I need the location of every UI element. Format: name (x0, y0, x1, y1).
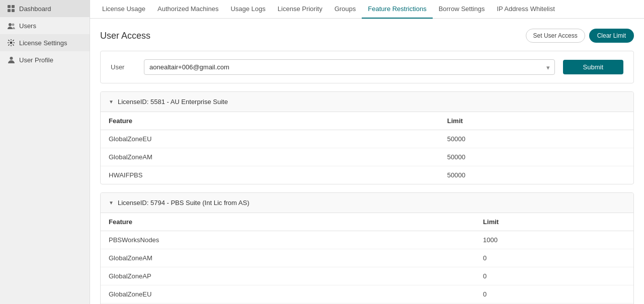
sidebar-user-profile-label: User Profile (19, 56, 53, 64)
svg-rect-0 (8, 5, 11, 8)
limit-col-header-5794: Limit (475, 213, 633, 231)
users-icon (7, 22, 15, 30)
main-content: License Usage Authorized Machines Usage … (90, 0, 644, 304)
table-row: GlobalZoneEU50000 (101, 130, 633, 148)
table-row: GlobalZoneAP0 (101, 267, 633, 285)
tab-license-usage[interactable]: License Usage (96, 0, 151, 19)
table-row: HWAIFPBS50000 (101, 166, 633, 184)
svg-rect-1 (12, 5, 15, 8)
header-buttons: Set User Access Clear Limit (526, 29, 634, 43)
submit-button[interactable]: Submit (563, 60, 623, 74)
user-select-card: User aonealtair+006@gmail.com ▾ Submit (100, 51, 634, 83)
tab-groups[interactable]: Groups (329, 0, 362, 19)
person-icon (7, 56, 15, 64)
feature-table-5581: Feature Limit GlobalZoneEU50000GlobalZon… (101, 112, 633, 184)
feature-limit-cell: 50000 (439, 166, 633, 184)
collapse-icon-5581: ▼ (109, 99, 114, 105)
limit-col-header-5581: Limit (439, 112, 633, 130)
user-select-wrapper: aonealtair+006@gmail.com ▾ (144, 59, 555, 75)
feature-limit-cell: 1000 (475, 231, 633, 249)
settings-icon (7, 39, 15, 47)
tab-usage-logs[interactable]: Usage Logs (224, 0, 271, 19)
tab-authorized-machines[interactable]: Authorized Machines (151, 0, 224, 19)
sidebar-users-label: Users (19, 22, 36, 30)
feature-col-header-5794: Feature (101, 213, 475, 231)
svg-rect-2 (8, 9, 11, 12)
svg-point-7 (10, 57, 13, 60)
svg-point-4 (9, 23, 12, 26)
feature-col-header-5581: Feature (101, 112, 439, 130)
sidebar-dashboard-label: Dashboard (19, 5, 51, 13)
tab-feature-restrictions[interactable]: Feature Restrictions (362, 0, 432, 19)
license-title-5581: LicenseID: 5581 - AU Enterprise Suite (118, 98, 228, 106)
feature-name-cell: GlobalZoneEU (101, 130, 439, 148)
clear-limit-button[interactable]: Clear Limit (589, 29, 634, 43)
dashboard-icon (7, 5, 15, 13)
svg-rect-3 (12, 9, 15, 12)
content-area: User Access Set User Access Clear Limit … (90, 19, 644, 304)
feature-limit-cell: 0 (475, 267, 633, 285)
feature-limit-cell: 50000 (439, 130, 633, 148)
license-section-5794: ▼ LicenseID: 5794 - PBS Suite (Int Lic f… (100, 192, 634, 304)
tab-license-priority[interactable]: License Priority (272, 0, 329, 19)
feature-limit-cell: 0 (475, 249, 633, 267)
sidebar-item-license-settings[interactable]: License Settings (0, 34, 90, 51)
page-title: User Access (100, 31, 150, 41)
feature-limit-cell: 50000 (439, 148, 633, 166)
table-row: GlobalZoneEU0 (101, 285, 633, 303)
license-header-5794[interactable]: ▼ LicenseID: 5794 - PBS Suite (Int Lic f… (101, 193, 633, 213)
svg-point-5 (12, 23, 14, 26)
feature-name-cell: GlobalZoneEU (101, 285, 475, 303)
feature-table-5794: Feature Limit PBSWorksNodes1000GlobalZon… (101, 213, 633, 304)
svg-point-6 (10, 42, 13, 44)
sidebar-license-settings-label: License Settings (19, 39, 67, 47)
sidebar: Dashboard Users License Settings (0, 0, 90, 304)
sidebar-item-dashboard[interactable]: Dashboard (0, 0, 90, 17)
user-select[interactable]: aonealtair+006@gmail.com (144, 59, 555, 75)
feature-limit-cell: 0 (475, 285, 633, 303)
tab-borrow-settings[interactable]: Borrow Settings (433, 0, 491, 19)
feature-name-cell: GlobalZoneAM (101, 249, 475, 267)
set-user-access-button[interactable]: Set User Access (526, 29, 585, 43)
top-navigation: License Usage Authorized Machines Usage … (90, 0, 644, 19)
feature-name-cell: GlobalZoneAM (101, 148, 439, 166)
feature-name-cell: HWAIFPBS (101, 166, 439, 184)
license-section-5581: ▼ LicenseID: 5581 - AU Enterprise Suite … (100, 91, 634, 184)
license-header-5581[interactable]: ▼ LicenseID: 5581 - AU Enterprise Suite (101, 92, 633, 112)
user-field-label: User (111, 63, 136, 71)
sidebar-item-users[interactable]: Users (0, 17, 90, 34)
feature-name-cell: PBSWorksNodes (101, 231, 475, 249)
table-row: GlobalZoneAM50000 (101, 148, 633, 166)
page-header: User Access Set User Access Clear Limit (100, 29, 634, 43)
tab-ip-address-whitelist[interactable]: IP Address Whitelist (491, 0, 560, 19)
feature-name-cell: GlobalZoneAP (101, 267, 475, 285)
table-row: GlobalZoneAM0 (101, 249, 633, 267)
sidebar-item-user-profile[interactable]: User Profile (0, 51, 90, 68)
collapse-icon-5794: ▼ (109, 200, 114, 206)
table-row: PBSWorksNodes1000 (101, 231, 633, 249)
license-title-5794: LicenseID: 5794 - PBS Suite (Int Lic fro… (118, 199, 250, 207)
